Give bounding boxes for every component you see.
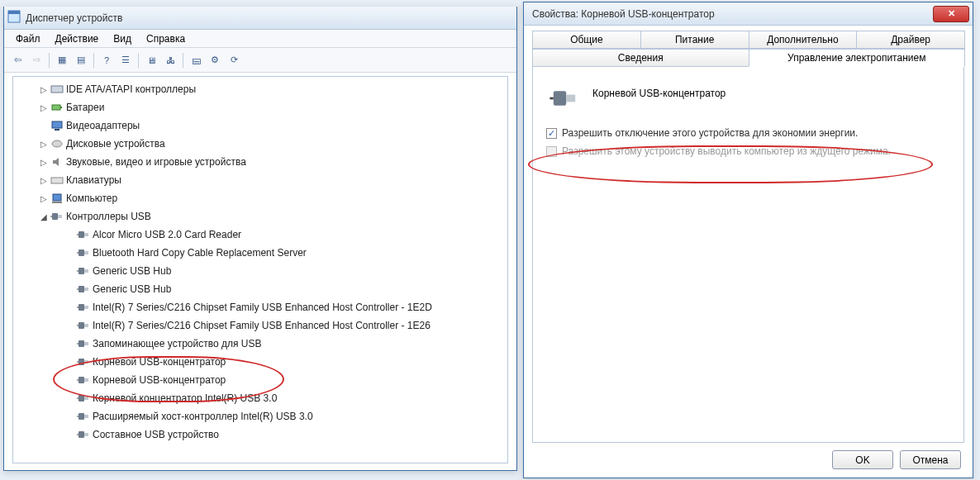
dm-titlebar[interactable]: Диспетчер устройств — [4, 7, 516, 30]
window-icon — [7, 10, 21, 26]
tree-node[interactable]: Корневой USB-концентратор — [17, 371, 507, 389]
properties-dialog: Свойства: Корневой USB-концентратор ✕ Об… — [523, 2, 973, 478]
prop-title: Свойства: Корневой USB-концентратор — [532, 8, 933, 20]
expander-icon[interactable]: ▷ — [38, 176, 50, 185]
tree-node-label: Контроллеры USB — [66, 211, 151, 222]
dialog-buttons: OK Отмена — [832, 450, 961, 469]
tab-общие[interactable]: Общие — [532, 31, 641, 49]
tab-сведения[interactable]: Сведения — [532, 49, 749, 67]
expander-icon[interactable]: ◢ — [38, 212, 50, 221]
tree-node-label: Alcor Micro USB 2.0 Card Reader — [93, 229, 241, 240]
tb-update-icon[interactable]: ⚙ — [207, 52, 223, 69]
tree-node-label: Дисковые устройства — [66, 138, 165, 150]
expander-icon[interactable]: ▷ — [38, 85, 50, 94]
device-tree[interactable]: ▷IDE ATA/ATAPI контроллеры▷БатареиВидеоа… — [12, 76, 508, 463]
tree-node-label: Корневой USB-концентратор — [93, 356, 226, 368]
battery-icon — [50, 101, 64, 114]
tb-disable-icon[interactable]: ⟳ — [226, 52, 242, 69]
usb-icon — [76, 246, 91, 259]
tree-node[interactable]: ▷IDE ATA/ATAPI контроллеры — [17, 80, 507, 98]
tree-node[interactable]: Корневой USB-концентратор — [17, 353, 507, 371]
menu-file[interactable]: Файл — [9, 31, 47, 46]
tb-refresh-icon[interactable]: 🖧 — [162, 52, 178, 69]
tree-node[interactable]: Корневой концентратор Intel(R) USB 3.0 — [17, 389, 507, 407]
tree-node-label: Расширяемый хост-контроллер Intel(R) USB… — [93, 411, 313, 422]
tree-node[interactable]: Составное USB устройство — [17, 425, 507, 444]
tree-node[interactable]: Generic USB Hub — [17, 262, 507, 280]
tb-prop-icon[interactable]: ☰ — [117, 52, 134, 69]
controller-icon — [50, 83, 64, 96]
tree-node[interactable]: Запоминающее устройство для USB — [17, 335, 507, 353]
expander-icon[interactable]: ▷ — [38, 140, 50, 149]
tb-back-icon[interactable]: ⇦ — [9, 52, 26, 69]
tree-node[interactable]: ◢Контроллеры USB — [17, 207, 507, 226]
tab-управление-электропитанием[interactable]: Управление электропитанием — [749, 49, 966, 67]
tree-node-label: Корневой USB-концентратор — [93, 374, 226, 386]
tree-node[interactable]: ▷Звуковые, видео и игровые устройства — [17, 153, 507, 171]
dm-toolbar: ⇦ ⇨ ▦ ▤ ? ☰ 🖥 🖧 🖴 ⚙ ⟳ — [4, 48, 516, 73]
tb-uninstall-icon[interactable]: 🖴 — [188, 52, 204, 69]
tree-node[interactable]: Generic USB Hub — [17, 280, 507, 298]
tb-help-icon[interactable]: ? — [98, 52, 115, 69]
tree-node[interactable]: ▷Компьютер — [17, 189, 507, 207]
ok-button[interactable]: OK — [832, 450, 893, 469]
menu-help[interactable]: Справка — [140, 31, 192, 46]
close-icon: ✕ — [948, 8, 955, 19]
close-button[interactable]: ✕ — [933, 6, 969, 22]
tree-node-label: IDE ATA/ATAPI контроллеры — [66, 83, 196, 95]
keyboard-icon — [50, 173, 64, 187]
tree-node-label: Запоминающее устройство для USB — [93, 338, 261, 349]
tree-node[interactable]: Intel(R) 7 Series/C216 Chipset Family US… — [17, 316, 507, 335]
tab-дополнительно[interactable]: Дополнительно — [749, 31, 858, 49]
checkbox-allow-poweroff-label: Разрешить отключение этого устройства дл… — [562, 126, 858, 140]
tree-node-label: Составное USB устройство — [93, 429, 219, 440]
tb-fwd-icon[interactable]: ⇨ — [28, 52, 45, 69]
tree-node[interactable]: ▷Батареи — [17, 98, 507, 116]
device-name-label: Корневой USB-концентратор — [592, 88, 725, 99]
tb-scan-icon[interactable]: 🖥 — [143, 52, 159, 69]
tree-node[interactable]: Intel(R) 7 Series/C216 Chipset Family US… — [17, 298, 507, 316]
device-icon — [546, 80, 581, 107]
expander-icon[interactable]: ▷ — [38, 194, 50, 203]
tb-grid1-icon[interactable]: ▦ — [54, 52, 70, 69]
usb-icon — [76, 428, 91, 441]
device-manager-window: Диспетчер устройств Файл Действие Вид Сп… — [3, 7, 517, 471]
computer-icon — [50, 192, 64, 205]
cancel-button[interactable]: Отмена — [900, 450, 961, 469]
usb-icon — [76, 410, 91, 423]
tree-node[interactable]: Bluetooth Hard Copy Cable Replacement Se… — [17, 244, 507, 262]
sound-icon — [50, 155, 64, 169]
tree-node-label: Звуковые, видео и игровые устройства — [66, 156, 246, 168]
tree-node-label: Intel(R) 7 Series/C216 Chipset Family US… — [93, 320, 431, 331]
menu-action[interactable]: Действие — [49, 31, 106, 46]
checkbox-allow-poweroff[interactable] — [546, 128, 557, 139]
tab-драйвер[interactable]: Драйвер — [856, 31, 965, 49]
tree-node-label: Generic USB Hub — [93, 265, 171, 277]
usb-icon — [76, 355, 91, 368]
tb-grid2-icon[interactable]: ▤ — [73, 52, 89, 69]
expander-icon[interactable]: ▷ — [38, 103, 50, 112]
menu-view[interactable]: Вид — [107, 31, 138, 46]
expander-icon[interactable]: ▷ — [38, 158, 50, 167]
dm-title: Диспетчер устройств — [26, 12, 513, 24]
tree-node-label: Компьютер — [66, 192, 117, 204]
tree-node-label: Клавиатуры — [66, 174, 121, 186]
tree-node[interactable]: Видеоадаптеры — [17, 116, 507, 135]
usb-icon — [76, 337, 91, 350]
tree-node[interactable]: Расширяемый хост-контроллер Intel(R) USB… — [17, 407, 507, 425]
tab-питание[interactable]: Питание — [640, 31, 749, 49]
usb-icon — [76, 392, 91, 405]
tab-strip: ОбщиеПитаниеДополнительноДрайвер Сведени… — [532, 31, 964, 67]
tree-node[interactable]: ▷Клавиатуры — [17, 171, 507, 189]
display-icon — [50, 119, 64, 132]
tree-node-label: Батареи — [66, 102, 104, 113]
tree-node-label: Intel(R) 7 Series/C216 Chipset Family US… — [93, 302, 432, 313]
tab-body: Корневой USB-концентратор Разрешить откл… — [532, 67, 964, 443]
tree-node[interactable]: Alcor Micro USB 2.0 Card Reader — [17, 226, 507, 244]
usb-icon — [76, 264, 91, 278]
dm-menubar: Файл Действие Вид Справка — [4, 30, 516, 48]
checkbox-allow-poweroff-row[interactable]: Разрешить отключение этого устройства дл… — [546, 126, 950, 140]
checkbox-allow-wake-row: Разрешить этому устройству выводить комп… — [546, 145, 950, 158]
tree-node[interactable]: ▷Дисковые устройства — [17, 135, 507, 153]
prop-titlebar[interactable]: Свойства: Корневой USB-концентратор ✕ — [524, 2, 973, 26]
